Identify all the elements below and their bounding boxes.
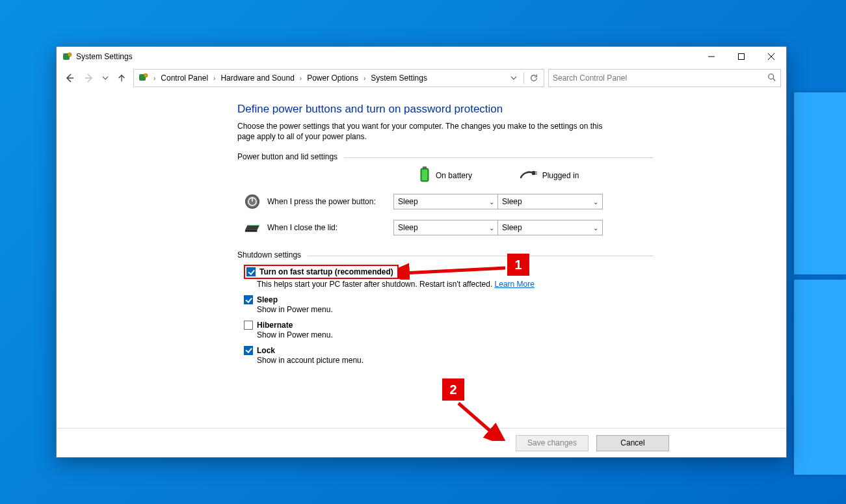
address-bar[interactable]: › Control Panel › Hardware and Sound › P… [133,69,544,87]
search-icon [767,73,776,84]
checkbox-description: Show in Power menu. [257,304,654,315]
checkbox-description: This helps start your PC faster after sh… [257,280,495,289]
close-button[interactable] [756,47,786,66]
chevron-right-icon[interactable]: › [297,75,304,82]
svg-point-10 [144,73,148,77]
checkbox-description: Show in Power menu. [257,330,654,341]
column-plugged-in: Plugged in [497,169,601,181]
select-power-battery[interactable]: Sleep⌄ [393,194,499,209]
forward-button[interactable] [81,70,97,86]
system-settings-window: System Settings [56,46,787,458]
page-description: Choose the power settings that you want … [237,121,621,142]
section-shutdown-settings: Shutdown settings [237,250,654,259]
annotation-callout-2: 2 [442,378,464,401]
content-area: Define power buttons and turn on passwor… [57,90,786,428]
checkbox-description: Show in account picture menu. [257,355,654,366]
checkbox-sleep[interactable] [244,295,253,304]
checkbox-label: Hibernate [257,321,293,330]
checkbox-fast-startup[interactable] [246,267,256,276]
select-lid-plugged[interactable]: Sleep⌄ [497,220,603,235]
lid-icon [244,219,261,236]
save-changes-button[interactable]: Save changes [516,435,588,451]
row-close-lid: When I close the lid: [244,219,393,236]
select-lid-battery[interactable]: Sleep⌄ [393,220,499,235]
learn-more-link[interactable]: Learn More [495,280,535,289]
window-title: System Settings [76,52,133,61]
select-power-plugged[interactable]: Sleep⌄ [497,194,603,209]
shutdown-item-fast-startup: Turn on fast startup (recommended) This … [244,265,654,290]
footer: Save changes Cancel [57,428,786,457]
battery-icon [419,166,430,184]
shutdown-item-lock: Lock Show in account picture menu. [244,346,654,366]
svg-point-1 [68,53,72,57]
app-icon [62,51,72,62]
recent-dropdown[interactable] [101,70,110,86]
nav-row: › Control Panel › Hardware and Sound › P… [57,66,786,90]
checkbox-hibernate[interactable] [244,321,253,330]
location-icon [138,72,148,85]
up-button[interactable] [114,70,129,86]
maximize-button[interactable] [726,47,756,66]
svg-line-12 [773,78,776,81]
refresh-button[interactable] [527,71,541,85]
svg-rect-16 [532,171,535,175]
row-power-button: When I press the power button: [244,193,393,210]
shutdown-item-sleep: Sleep Show in Power menu. [244,295,654,315]
chevron-down-icon: ⌄ [489,198,494,206]
svg-rect-3 [739,54,745,60]
chevron-down-icon: ⌄ [593,224,598,232]
chevron-right-icon[interactable]: › [361,75,368,82]
section-label: Shutdown settings [237,250,301,259]
search-input[interactable]: Search Control Panel [548,69,781,87]
bg-decoration [794,280,846,475]
shutdown-item-hibernate: Hibernate Show in Power menu. [244,321,654,341]
chevron-right-icon[interactable]: › [211,75,218,82]
page-title: Define power buttons and turn on passwor… [237,103,654,116]
breadcrumb-hardware-sound[interactable]: Hardware and Sound [219,73,295,83]
power-button-icon [244,193,261,210]
plug-icon [520,169,537,181]
bg-decoration [794,92,846,274]
checkbox-label: Sleep [257,295,278,304]
back-button[interactable] [62,70,77,86]
checkbox-label: Lock [257,346,275,355]
section-label: Power button and lid settings [237,152,337,161]
address-dropdown[interactable] [507,71,521,85]
chevron-right-icon[interactable]: › [151,75,158,82]
checkbox-label: Turn on fast startup (recommended) [259,267,393,276]
breadcrumb-power-options[interactable]: Power Options [306,73,360,83]
divider [523,72,524,84]
checkbox-lock[interactable] [244,346,253,355]
svg-rect-15 [422,170,427,180]
minimize-button[interactable] [696,47,726,66]
annotation-highlight-1: Turn on fast startup (recommended) [244,265,399,279]
chevron-down-icon: ⌄ [593,198,598,206]
cancel-button[interactable]: Cancel [596,435,669,451]
titlebar: System Settings [57,47,786,66]
svg-point-11 [769,73,774,79]
breadcrumb-control-panel[interactable]: Control Panel [159,73,209,83]
column-on-battery: On battery [393,166,497,184]
annotation-callout-1: 1 [507,254,529,276]
chevron-down-icon: ⌄ [489,224,494,232]
search-placeholder: Search Control Panel [553,73,767,83]
breadcrumb-system-settings[interactable]: System Settings [369,73,429,83]
section-power-button-lid: Power button and lid settings [237,152,654,161]
